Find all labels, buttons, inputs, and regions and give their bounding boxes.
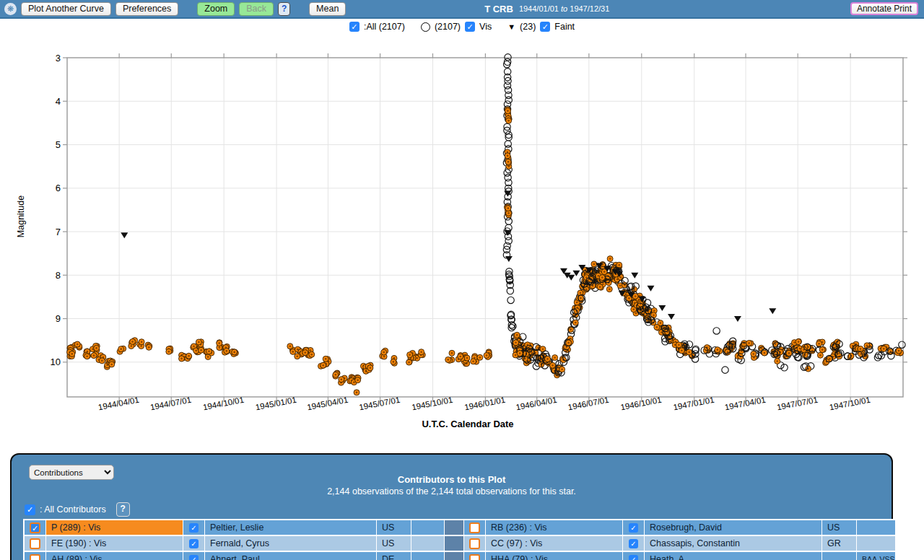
data-point-core: [466, 357, 468, 359]
data-point-core: [148, 346, 150, 349]
data-point-core: [507, 155, 509, 157]
contributor-vis-checkbox[interactable]: ✓: [629, 523, 638, 533]
data-point-core: [131, 341, 134, 343]
contributor-vis-checkbox[interactable]: ✓: [189, 555, 199, 560]
svg-text:6: 6: [56, 183, 61, 193]
contributor-country-cell: US: [377, 536, 411, 551]
contributor-plot-checkbox[interactable]: ✓: [30, 522, 40, 533]
data-point-core: [447, 359, 449, 361]
plot-legend: ✓ :All (2107) (2107) ✓ Vis ▼ (23) ✓ Fain…: [0, 19, 924, 35]
contributor-country-cell: GR: [822, 536, 857, 551]
contributor-plot-checkbox-cell: [464, 536, 486, 551]
contributor-vis-checkbox[interactable]: ✓: [629, 555, 638, 560]
data-point-core: [883, 348, 885, 350]
svg-text:8: 8: [56, 270, 61, 281]
contributor-plot-checkbox[interactable]: [30, 538, 40, 549]
back-button[interactable]: Back: [239, 2, 274, 16]
svg-text:1947/07/01: 1947/07/01: [776, 395, 819, 412]
svg-text:1946/10/01: 1946/10/01: [620, 395, 663, 412]
data-point-core: [688, 351, 690, 354]
data-point-core: [727, 351, 729, 354]
contributor-vis-checkbox-cell: ✓: [183, 520, 205, 535]
data-point-core: [542, 348, 544, 350]
data-point-core: [653, 314, 655, 316]
data-point-core: [619, 284, 622, 286]
annotate-print-button[interactable]: Annotate Print: [850, 2, 918, 15]
data-point-core: [898, 350, 900, 352]
data-point-core: [472, 360, 474, 362]
mean-button[interactable]: Mean: [309, 2, 346, 16]
vis-checkbox[interactable]: ✓: [465, 22, 475, 32]
row-separator-cell: [445, 520, 464, 535]
contributor-code-cell[interactable]: FE (190) : Vis: [46, 536, 183, 551]
svg-text:1946/01/01: 1946/01/01: [463, 395, 506, 412]
data-point-core: [609, 258, 611, 260]
contributor-vis-checkbox[interactable]: ✓: [189, 539, 199, 548]
data-point-core: [140, 345, 142, 347]
data-point-core: [818, 343, 820, 345]
data-point-fainter-than: [658, 305, 666, 311]
svg-text:10: 10: [51, 356, 61, 367]
top-toolbar: ❋ Plot Another Curve Preferences Zoom Ba…: [0, 0, 924, 19]
data-point-open: [722, 367, 728, 373]
data-point-core: [310, 354, 313, 356]
contributor-affiliation-cell: [857, 520, 895, 535]
app-logo-icon: ❋: [4, 3, 17, 15]
contributor-vis-checkbox-cell: ✓: [623, 552, 645, 560]
contributor-vis-checkbox[interactable]: ✓: [629, 539, 638, 548]
contributor-plot-checkbox[interactable]: [469, 538, 480, 549]
data-point-core: [296, 355, 298, 357]
data-point-core: [717, 349, 719, 351]
data-point-core: [788, 352, 790, 354]
data-point-core: [764, 352, 766, 354]
data-point-core: [304, 351, 306, 354]
data-point-core: [289, 345, 292, 347]
data-point-core: [516, 334, 518, 336]
data-point-core: [653, 310, 655, 312]
contributor-code-cell[interactable]: HHA (79) : Vis: [486, 552, 623, 560]
data-point-core: [793, 341, 796, 344]
data-point-core: [821, 349, 824, 351]
contributor-code-cell[interactable]: CC (97) : Vis: [486, 536, 623, 551]
data-point-core: [829, 358, 831, 360]
data-point-core: [168, 351, 170, 353]
preferences-button[interactable]: Preferences: [116, 2, 178, 16]
x-axis-title: U.T.C. Calendar Date: [422, 419, 513, 429]
faint-checkbox[interactable]: ✓: [540, 22, 550, 32]
svg-text:1947/01/01: 1947/01/01: [673, 395, 715, 412]
data-point-core: [585, 289, 588, 291]
contributor-vis-checkbox[interactable]: ✓: [189, 523, 199, 533]
data-point-core: [357, 379, 359, 381]
data-point-core: [218, 342, 220, 344]
chart-axis-labels: 3456789101944/04/011944/07/011944/10/011…: [16, 53, 871, 430]
zoom-button[interactable]: Zoom: [197, 2, 235, 16]
contributor-plot-checkbox[interactable]: [469, 554, 480, 560]
data-point-core: [71, 353, 73, 355]
all-checkbox[interactable]: ✓: [349, 22, 359, 32]
help-button[interactable]: ?: [278, 2, 290, 16]
all-contributors-checkbox[interactable]: ✓: [25, 504, 35, 515]
contributor-plot-checkbox[interactable]: [30, 554, 40, 560]
contributor-affiliation-cell: [411, 520, 445, 535]
contributor-code-cell[interactable]: P (289) : Vis: [46, 520, 183, 535]
contributor-plot-checkbox-cell: ✓: [25, 520, 46, 535]
contributor-code-cell[interactable]: AH (89) : Vis: [46, 552, 183, 560]
data-point-core: [860, 348, 862, 350]
all-contributors-label: : All Contributors: [40, 504, 106, 515]
faint-label: Faint: [554, 22, 575, 32]
contributors-table: ✓P (289) : Vis✓Peltier, LeslieUSRB (236)…: [23, 519, 897, 560]
data-point-core: [200, 349, 202, 351]
data-point-core: [193, 346, 195, 348]
contributor-code-cell[interactable]: RB (236) : Vis: [486, 520, 623, 535]
plot-another-curve-button[interactable]: Plot Another Curve: [21, 2, 111, 16]
data-point-core: [546, 358, 549, 360]
data-point-fainter-than: [505, 256, 513, 262]
contributors-help-button[interactable]: ?: [116, 502, 130, 517]
contributor-plot-checkbox[interactable]: [469, 522, 480, 533]
data-point-core: [531, 351, 533, 354]
data-point-core: [661, 331, 663, 333]
contributors-panel: Contributions Contributors to this Plot …: [10, 453, 893, 560]
light-curve-chart[interactable]: 3456789101944/04/011944/07/011944/10/011…: [0, 35, 924, 453]
svg-text:3: 3: [56, 53, 61, 64]
contributor-country-cell: [822, 552, 857, 560]
